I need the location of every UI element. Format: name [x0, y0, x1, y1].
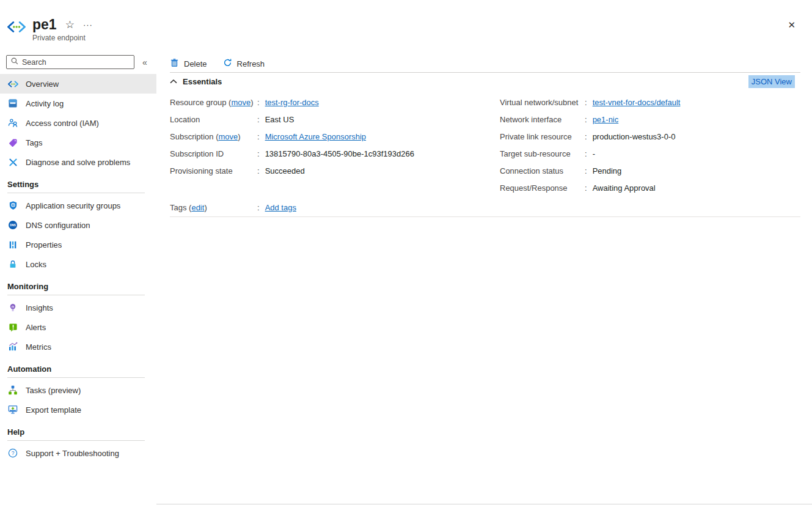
sidebar-item-insights[interactable]: Insights — [0, 298, 156, 317]
essentials-right-column: Virtual network/subnet : test-vnet-for-d… — [500, 94, 800, 196]
help-circle-icon: ? — [7, 448, 18, 459]
network-interface-link[interactable]: pe1-nic — [593, 115, 619, 124]
sidebar-item-label: Access control (IAM) — [26, 119, 99, 128]
field-label: Target sub-resource — [500, 149, 585, 158]
title-block: pe1 ☆ ··· Private endpoint — [32, 17, 93, 42]
sidebar-section-help: Help — [0, 419, 156, 440]
virtual-network-link[interactable]: test-vnet-for-docs/default — [593, 98, 681, 107]
field-label-text: Provisioning state — [170, 166, 233, 175]
lightbulb-icon — [7, 303, 18, 313]
blade-header: pe1 ☆ ··· Private endpoint ✕ — [0, 0, 812, 53]
alert-icon — [7, 322, 18, 333]
essentials-header[interactable]: Essentials JSON View — [170, 73, 800, 90]
field-label: Connection status — [500, 166, 585, 175]
resource-group-row: Resource group (move) : test-rg-for-docs — [170, 94, 500, 111]
refresh-icon — [223, 58, 232, 69]
sidebar-item-properties[interactable]: Properties — [0, 235, 156, 254]
field-label-suffix: ) — [251, 98, 253, 107]
colon: : — [585, 149, 587, 158]
close-icon[interactable]: ✕ — [788, 20, 796, 29]
location-row: Location : East US — [170, 111, 500, 128]
search-box[interactable] — [6, 55, 134, 69]
delete-button[interactable]: Delete — [170, 58, 207, 69]
sidebar-item-label: Export template — [26, 405, 81, 415]
field-value: Microsoft Azure Sponsorship — [265, 132, 366, 141]
flowchart-icon — [7, 385, 18, 396]
virtual-network-row: Virtual network/subnet : test-vnet-for-d… — [500, 94, 800, 111]
request-response-row: Request/Response : Awaiting Approval — [500, 179, 800, 196]
lock-icon — [7, 259, 18, 270]
field-label-text: Resource group ( — [170, 98, 231, 107]
blade-bottom-divider — [156, 504, 812, 504]
search-icon — [10, 57, 19, 67]
colon: : — [257, 98, 260, 107]
add-tags-link[interactable]: Add tags — [265, 203, 296, 212]
essentials-grid: Resource group (move) : test-rg-for-docs… — [170, 94, 800, 196]
resource-group-link[interactable]: test-rg-for-docs — [265, 98, 319, 107]
subscription-link[interactable]: Microsoft Azure Sponsorship — [265, 132, 366, 141]
section-divider — [7, 193, 145, 193]
sidebar-item-label: Overview — [26, 79, 59, 89]
sidebar-item-alerts[interactable]: Alerts — [0, 317, 156, 337]
svg-text:?: ? — [12, 450, 15, 456]
trash-icon — [170, 58, 179, 69]
section-divider — [7, 440, 145, 441]
tag-icon — [7, 138, 18, 148]
field-label-text: Subscription ( — [170, 132, 218, 141]
sidebar: « Overview — [0, 53, 156, 513]
sidebar-item-application-security-groups[interactable]: Application security groups — [0, 196, 156, 215]
sidebar-item-metrics[interactable]: Metrics — [0, 337, 156, 356]
export-template-icon — [7, 405, 18, 415]
colon: : — [585, 98, 587, 107]
sidebar-item-activity-log[interactable]: Activity log — [0, 94, 156, 113]
sidebar-item-overview[interactable]: Overview — [0, 74, 156, 94]
sidebar-item-label: Alerts — [26, 323, 46, 332]
field-label: Virtual network/subnet — [500, 98, 585, 107]
collapse-menu-icon[interactable]: « — [142, 57, 147, 67]
sidebar-item-tags[interactable]: Tags — [0, 133, 156, 152]
resource-type-subtitle: Private endpoint — [32, 34, 93, 42]
main-content: Delete Refresh Essentials JSON Vie — [156, 53, 812, 513]
sidebar-item-label: Tags — [26, 138, 42, 147]
command-bar: Delete Refresh — [170, 55, 800, 72]
colon: : — [257, 149, 260, 158]
colon: : — [257, 115, 260, 124]
edit-tags-link[interactable]: edit — [191, 203, 204, 212]
sidebar-item-label: Application security groups — [26, 201, 120, 210]
sidebar-item-access-control[interactable]: Access control (IAM) — [0, 113, 156, 133]
field-value: pe1-nic — [593, 115, 619, 124]
sidebar-item-locks[interactable]: Locks — [0, 254, 156, 274]
refresh-button[interactable]: Refresh — [223, 58, 265, 69]
field-label: Request/Response — [500, 183, 585, 193]
sidebar-item-support-troubleshooting[interactable]: ? Support + Troubleshooting — [0, 443, 156, 463]
sidebar-item-diagnose[interactable]: Diagnose and solve problems — [0, 152, 156, 172]
field-label: Private link resource — [500, 132, 585, 141]
section-divider — [7, 295, 145, 295]
field-value: test-vnet-for-docs/default — [593, 98, 681, 107]
favorite-star-icon[interactable]: ☆ — [65, 18, 75, 31]
colon: : — [585, 132, 587, 141]
field-value: production-westus3-0-0 — [593, 132, 676, 141]
search-input[interactable] — [22, 58, 130, 67]
sidebar-item-tasks-preview[interactable]: Tasks (preview) — [0, 380, 156, 400]
field-label-text: Private link resource — [500, 132, 572, 141]
field-label-suffix: ) — [204, 203, 207, 212]
field-label: Network interface — [500, 115, 585, 124]
sidebar-item-dns-configuration[interactable]: DNS DNS configuration — [0, 215, 156, 235]
properties-icon — [7, 240, 18, 250]
field-label: Location — [170, 115, 257, 124]
sidebar-item-export-template[interactable]: Export template — [0, 400, 156, 419]
json-view-button[interactable]: JSON View — [748, 75, 795, 88]
field-label: Resource group (move) — [170, 98, 257, 107]
field-label: Tags (edit) — [170, 203, 257, 212]
chevron-up-icon — [170, 79, 177, 84]
move-link[interactable]: move — [218, 132, 238, 141]
move-link[interactable]: move — [231, 98, 251, 107]
target-sub-resource-row: Target sub-resource : - — [500, 145, 800, 162]
field-label-text: Subscription ID — [170, 149, 224, 158]
field-value: East US — [265, 115, 294, 124]
more-options-icon[interactable]: ··· — [83, 20, 93, 29]
activity-log-icon — [7, 98, 18, 109]
field-label-text: Network interface — [500, 115, 561, 124]
resource-head: pe1 ☆ ··· Private endpoint — [0, 0, 812, 42]
